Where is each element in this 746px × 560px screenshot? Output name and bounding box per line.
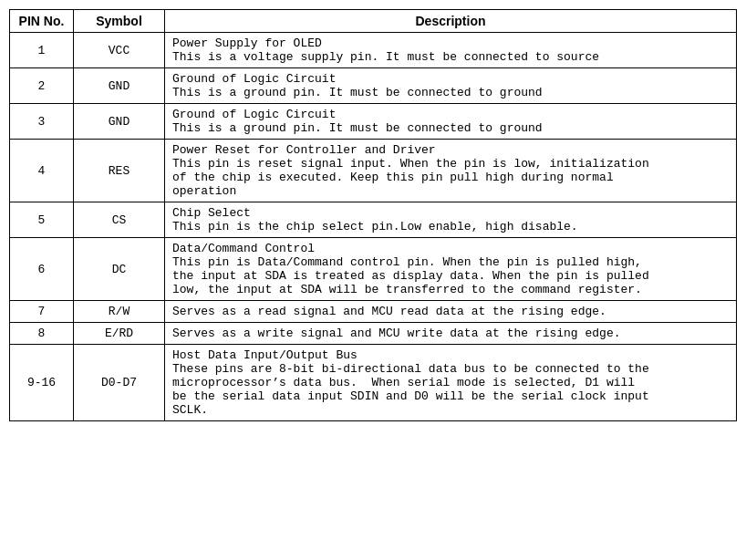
desc-body: Serves as a write signal and MCU write d… — [172, 327, 729, 340]
desc-title: Power Reset for Controller and Driver — [172, 143, 729, 157]
cell-description: Serves as a read signal and MCU read dat… — [165, 301, 737, 323]
cell-symbol: R/W — [74, 301, 165, 323]
cell-symbol: GND — [74, 68, 165, 104]
desc-title: Ground of Logic Circuit — [172, 72, 729, 86]
desc-title: Data/Command Control — [172, 242, 729, 255]
cell-description: Ground of Logic CircuitThis is a ground … — [165, 104, 737, 140]
header-pin: PIN No. — [10, 10, 74, 33]
cell-pin: 4 — [10, 140, 74, 202]
cell-pin: 9-16 — [10, 345, 74, 421]
desc-title: Host Data Input/Output Bus — [172, 348, 729, 362]
cell-description: Power Reset for Controller and DriverThi… — [165, 140, 737, 202]
desc-body: This pin is the chip select pin.Low enab… — [172, 220, 729, 233]
table-header-row: PIN No. Symbol Description — [10, 10, 737, 33]
desc-title: Ground of Logic Circuit — [172, 108, 729, 121]
cell-pin: 6 — [10, 238, 74, 301]
cell-symbol: E/RD — [74, 323, 165, 345]
cell-symbol: D0-D7 — [74, 345, 165, 421]
desc-body: This is a ground pin. It must be connect… — [172, 86, 729, 99]
cell-description: Chip SelectThis pin is the chip select p… — [165, 202, 737, 238]
cell-symbol: DC — [74, 238, 165, 301]
desc-body: This is a ground pin. It must be connect… — [172, 121, 729, 135]
cell-pin: 8 — [10, 323, 74, 345]
cell-pin: 5 — [10, 202, 74, 238]
table-row: 4RESPower Reset for Controller and Drive… — [10, 140, 737, 202]
table-row: 8E/RDServes as a write signal and MCU wr… — [10, 323, 737, 345]
desc-body: These pins are 8-bit bi-directional data… — [172, 362, 729, 417]
desc-title: Chip Select — [172, 206, 729, 220]
cell-description: Ground of Logic CircuitThis is a ground … — [165, 68, 737, 104]
desc-body: This is a voltage supply pin. It must be… — [172, 50, 729, 64]
pin-table: PIN No. Symbol Description 1VCCPower Sup… — [9, 9, 737, 421]
header-symbol: Symbol — [74, 10, 165, 33]
cell-description: Power Supply for OLEDThis is a voltage s… — [165, 33, 737, 68]
cell-pin: 3 — [10, 104, 74, 140]
cell-pin: 1 — [10, 33, 74, 68]
table-row: 3GNDGround of Logic CircuitThis is a gro… — [10, 104, 737, 140]
cell-description: Serves as a write signal and MCU write d… — [165, 323, 737, 345]
cell-symbol: RES — [74, 140, 165, 202]
table-row: 6DCData/Command ControlThis pin is Data/… — [10, 238, 737, 301]
table-row: 5CSChip SelectThis pin is the chip selec… — [10, 202, 737, 238]
table-row: 1VCCPower Supply for OLEDThis is a volta… — [10, 33, 737, 68]
desc-title: Power Supply for OLED — [172, 36, 729, 50]
table-row: 7R/WServes as a read signal and MCU read… — [10, 301, 737, 323]
cell-description: Host Data Input/Output BusThese pins are… — [165, 345, 737, 421]
header-description: Description — [165, 10, 737, 33]
desc-body: This pin is Data/Command control pin. Wh… — [172, 255, 729, 296]
table-row: 2GNDGround of Logic CircuitThis is a gro… — [10, 68, 737, 104]
cell-symbol: CS — [74, 202, 165, 238]
desc-body: Serves as a read signal and MCU read dat… — [172, 305, 729, 318]
cell-pin: 2 — [10, 68, 74, 104]
cell-description: Data/Command ControlThis pin is Data/Com… — [165, 238, 737, 301]
cell-symbol: VCC — [74, 33, 165, 68]
desc-body: This pin is reset signal input. When the… — [172, 157, 729, 198]
table-row: 9-16D0-D7Host Data Input/Output BusThese… — [10, 345, 737, 421]
cell-symbol: GND — [74, 104, 165, 140]
cell-pin: 7 — [10, 301, 74, 323]
